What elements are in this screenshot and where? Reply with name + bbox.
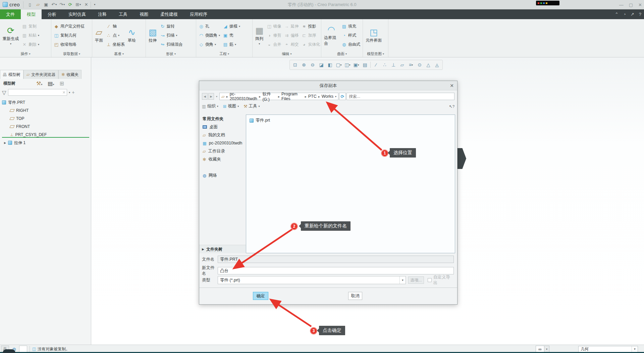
tree-item-extrude[interactable]: ▶ 拉伸 1 (4, 139, 25, 146)
sketch-button[interactable]: ∿ 草绘 (127, 20, 137, 50)
trim-button[interactable]: ◑修剪 (266, 32, 282, 39)
crumb-ptc[interactable]: PTC (308, 94, 317, 99)
share-icon[interactable]: ↗ (631, 12, 634, 17)
search-dropdown-icon[interactable]: ▾ (544, 346, 549, 353)
options-button[interactable]: 选项... (408, 276, 424, 284)
insert-locator-line[interactable] (2, 137, 89, 138)
udf-button[interactable]: ◆用户定义特征 (53, 23, 85, 30)
paste-button[interactable]: ▥粘贴▾ (21, 32, 40, 39)
delete-button[interactable]: ✕删除▾ (21, 41, 40, 48)
search-tool-button[interactable]: ∞ ▾ (536, 346, 549, 353)
tools-menu[interactable]: ⚒工具▾ (244, 103, 260, 109)
extend-button[interactable]: →延伸 (283, 23, 300, 30)
close-button[interactable]: ✕ (638, 2, 642, 7)
new-file-button[interactable]: ▯ (26, 1, 34, 8)
tab-applications[interactable]: 应用程序 (184, 9, 213, 19)
custom-export-option[interactable]: 自定义导出 (428, 274, 454, 286)
datum-csys-icon[interactable]: ⊥ (389, 61, 397, 69)
refresh-icon[interactable]: ⟳ (339, 93, 346, 100)
thicken-button[interactable]: ⊏加厚 (301, 32, 321, 39)
windows-button[interactable]: ⊞▾ (74, 1, 82, 8)
tab-favorites[interactable]: ✻ 收藏夹 (58, 70, 82, 79)
group-label-surfaces[interactable]: 曲面▾ (321, 50, 363, 57)
group-label-get-data[interactable]: 获取数据▾ (51, 50, 92, 57)
open-file-button[interactable]: ▱ (34, 1, 42, 8)
zoom-out-icon[interactable]: ⊖ (309, 61, 317, 69)
search-input[interactable] (346, 93, 454, 100)
shaded-icon[interactable]: ◧ (326, 61, 334, 69)
minimize-button[interactable]: — (619, 2, 624, 7)
group-label-model-intent[interactable]: 模型意图▾ (363, 50, 388, 57)
tab-annotate[interactable]: 注释 (92, 9, 113, 19)
undo-button[interactable]: ↶▾ (50, 1, 58, 8)
extrude-button[interactable]: ▧ 拉伸 (148, 20, 158, 50)
sections-icon[interactable]: ◫▾ (343, 61, 352, 69)
tree-item-part[interactable]: 零件.PRT (2, 99, 25, 106)
customize-qat-button[interactable]: ▾ (91, 1, 98, 8)
sidebar-item-favorites[interactable]: ✻ 收藏夹 (203, 156, 221, 163)
offset-button[interactable]: ⇉偏移 (283, 32, 300, 39)
tab-folder-browser[interactable]: ▱ 文件夹浏览器 (23, 70, 58, 79)
close-window-button[interactable]: ✕ (83, 1, 90, 8)
tree-item-front[interactable]: FRONT (10, 123, 30, 130)
tab-tools[interactable]: 工具 (113, 9, 133, 19)
axis-button[interactable]: ∕轴 (105, 23, 125, 30)
tree-filter-input[interactable]: ✕ (8, 89, 67, 96)
tab-analysis[interactable]: 分析 (42, 9, 62, 19)
filename-field[interactable]: 零件.PRT (218, 256, 454, 263)
datum-axes-icon[interactable]: ∕ (372, 61, 380, 69)
copy-geometry-button[interactable]: ◫复制几何 (53, 32, 85, 39)
round-button[interactable]: ◠倒圆角▾ (198, 32, 221, 39)
tree-show-icon[interactable]: ⊞ (60, 80, 64, 87)
group-label-engineering[interactable]: 工程▾ (196, 50, 252, 57)
group-label-editing[interactable]: 编辑▾ (253, 50, 321, 57)
tab-file[interactable]: 文件 (0, 9, 21, 19)
repaint-icon[interactable]: ◪ (317, 61, 325, 69)
intersect-button[interactable]: ◓相交 (283, 41, 300, 48)
annotation-display-icon[interactable]: ≡▾ (407, 61, 415, 69)
display-style-icon[interactable]: ▢▾ (335, 61, 343, 69)
tree-item-right[interactable]: RIGHT (10, 107, 29, 114)
sidebar-item-working-directory[interactable]: ▱ 工作目录 (203, 147, 225, 155)
point-button[interactable]: ∴点▾ (105, 32, 125, 39)
new-filename-input[interactable] (218, 267, 454, 274)
file-list[interactable]: 零件.prt (246, 115, 455, 253)
shrinkwrap-button[interactable]: ◰收缩包络 (53, 41, 85, 48)
rib-button[interactable]: ▤筋▾ (222, 41, 241, 48)
crumb-program-files[interactable]: Program Files (281, 92, 303, 101)
dialog-close-icon[interactable]: ✕ (450, 81, 454, 90)
clear-filter-icon[interactable]: ✕ (62, 90, 65, 95)
forward-button[interactable]: ▶ (208, 93, 214, 100)
tab-model[interactable]: 模型 (21, 9, 42, 19)
merge-button[interactable]: ◒合并 (266, 41, 282, 48)
misc-display-icon[interactable]: ◬ (433, 61, 441, 69)
user-account-icon[interactable]: ◔ (623, 12, 626, 17)
cancel-button[interactable]: 取消 (348, 292, 362, 300)
crumb-dropdown-icon[interactable]: ▾ (335, 95, 336, 98)
ok-button[interactable]: 确定 (253, 292, 268, 300)
tab-model-tree[interactable]: 品 模型树 (0, 70, 23, 79)
file-list-item[interactable]: 零件.prt (250, 118, 270, 123)
revolve-button[interactable]: ↻旋转 (159, 23, 183, 30)
tab-flexible-modeling[interactable]: 柔性建模 (154, 9, 184, 19)
tree-settings-icon[interactable]: ▤▾ (48, 80, 54, 87)
tab-live-simulation[interactable]: 实时仿真 (62, 9, 92, 19)
regenerate-quick-button[interactable]: ⟳ (66, 1, 74, 8)
expander-icon[interactable]: ▶ (4, 141, 6, 144)
view-manager-icon[interactable]: ▤ (361, 61, 369, 69)
crumb-works[interactable]: Works (322, 94, 333, 99)
draft-button[interactable]: ◢拔模▾ (222, 23, 241, 30)
tab-view[interactable]: 视图 (133, 9, 154, 19)
blank-toggle-button[interactable] (19, 346, 27, 352)
custom-export-checkbox[interactable] (428, 278, 432, 282)
hole-button[interactable]: ◎孔 (198, 23, 221, 30)
redo-button[interactable]: ↷▾ (58, 1, 66, 8)
help-icon[interactable]: ? (639, 12, 641, 17)
boundary-blend-button[interactable]: ◠ 边界混合 (323, 20, 339, 50)
plane-button[interactable]: ▱ 平面 (94, 20, 104, 50)
fill-button[interactable]: ▨填充 (341, 23, 361, 30)
maximize-button[interactable]: ▢ (629, 2, 633, 7)
organize-menu[interactable]: ▥组织▾ (202, 103, 218, 109)
add-filter-icon[interactable]: + (72, 90, 74, 95)
type-select[interactable]: 零件 (*.prt) ▼ (218, 276, 406, 284)
